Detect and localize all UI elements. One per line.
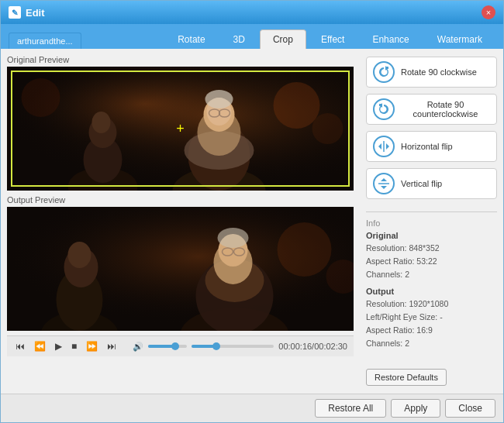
svg-marker-39 (381, 178, 387, 181)
window-title: Edit (26, 7, 45, 19)
stop-button[interactable]: ■ (69, 339, 79, 353)
close-button[interactable]: Close (445, 399, 495, 418)
output-info-group: Output Resolution: 1920*1080 Left/Right … (366, 287, 497, 349)
output-preview-section: Output Preview (7, 195, 354, 331)
main-window: ✎ Edit × arthurandthe... Rotate 3D Crop … (0, 0, 504, 423)
volume-icon: 🔊 (133, 342, 143, 352)
original-preview-label: Original Preview (7, 55, 354, 64)
file-tab[interactable]: arthurandthe... (9, 33, 81, 49)
apply-button[interactable]: Apply (391, 399, 440, 418)
title-bar: ✎ Edit × (1, 1, 503, 24)
svg-point-33 (278, 222, 332, 277)
restore-defaults-button[interactable]: Restore Defaults (366, 369, 447, 386)
output-preview-container (7, 207, 354, 331)
time-display: 00:00:16/00:02:30 (278, 342, 347, 351)
original-info-group: Original Resolution: 848*352 Aspect Rati… (366, 231, 497, 280)
tab-rotate[interactable]: Rotate (164, 29, 218, 49)
main-content: Original Preview (1, 49, 503, 394)
tab-3d[interactable]: 3D (220, 29, 258, 49)
tab-watermark[interactable]: Watermark (424, 29, 495, 49)
progress-bar[interactable] (192, 345, 274, 348)
svg-point-24 (68, 242, 91, 268)
original-preview-section: Original Preview (7, 55, 354, 191)
info-section: Info Original Resolution: 848*352 Aspect… (366, 212, 497, 356)
original-preview-container: + (7, 67, 354, 191)
tab-effect[interactable]: Effect (308, 29, 357, 49)
svg-point-18 (22, 78, 60, 117)
svg-point-17 (312, 113, 343, 144)
svg-marker-36 (378, 143, 381, 150)
volume-thumb (171, 342, 179, 350)
next-frame-button[interactable]: ⏩ (84, 339, 100, 353)
output-aspect-ratio: Aspect Ratio: 16:9 (366, 324, 497, 337)
progress-thumb (212, 342, 220, 350)
flip-h-icon (373, 136, 395, 157)
output-resolution: Resolution: 1920*1080 (366, 297, 497, 311)
nav-tabs: Rotate 3D Crop Effect Enhance Watermark (164, 29, 495, 49)
svg-point-13 (205, 90, 233, 108)
tab-bar: arthurandthe... Rotate 3D Crop Effect En… (1, 24, 503, 49)
rotate-cw-icon (373, 61, 395, 83)
skip-start-button[interactable]: ⏮ (13, 339, 27, 353)
original-info-title: Original (366, 231, 497, 240)
crosshair: + (176, 121, 185, 137)
output-preview-inner (7, 207, 354, 331)
flip-h-button[interactable]: Horizontal flip (366, 131, 497, 162)
close-window-button[interactable]: × (482, 5, 495, 19)
prev-frame-button[interactable]: ⏪ (32, 339, 48, 353)
left-panel: Original Preview (1, 49, 360, 394)
play-button[interactable]: ▶ (53, 339, 64, 353)
svg-point-6 (92, 112, 111, 133)
bottom-bar: Restore All Apply Close (1, 394, 503, 422)
output-preview-svg (7, 207, 354, 331)
restore-all-button[interactable]: Restore All (315, 399, 386, 418)
volume-bar[interactable] (148, 345, 187, 348)
original-resolution: Resolution: 848*352 (366, 242, 497, 255)
svg-marker-40 (381, 186, 387, 189)
svg-point-16 (274, 82, 320, 129)
output-preview-label: Output Preview (7, 195, 354, 205)
output-channels: Channels: 2 (366, 337, 497, 350)
info-title: Info (366, 218, 497, 228)
right-panel: Rotate 90 clockwise Rotate 90 counterclo… (360, 49, 503, 394)
output-info-title: Output (366, 287, 497, 296)
app-icon: ✎ (9, 6, 21, 19)
flip-v-button[interactable]: Vertical flip (366, 168, 497, 199)
tab-enhance[interactable]: Enhance (359, 29, 422, 49)
rotate-cw-button[interactable]: Rotate 90 clockwise (366, 57, 497, 88)
rotate-ccw-button[interactable]: Rotate 90 counterclockwise (366, 94, 497, 125)
rotate-ccw-icon (373, 98, 395, 120)
tab-crop[interactable]: Crop (260, 29, 306, 49)
player-controls: ⏮ ⏪ ▶ ■ ⏩ ⏭ 🔊 00:00:16/00:02:30 (7, 335, 354, 356)
title-bar-left: ✎ Edit (9, 6, 45, 19)
output-left-right: Left/Right Eye Size: - (366, 311, 497, 324)
svg-point-30 (218, 228, 249, 248)
svg-marker-37 (386, 143, 389, 150)
original-channels: Channels: 2 (366, 268, 497, 281)
flip-v-icon (373, 173, 395, 194)
skip-end-button[interactable]: ⏭ (105, 339, 119, 353)
original-preview-inner: + (7, 67, 354, 191)
original-aspect-ratio: Aspect Ratio: 53:22 (366, 255, 497, 268)
